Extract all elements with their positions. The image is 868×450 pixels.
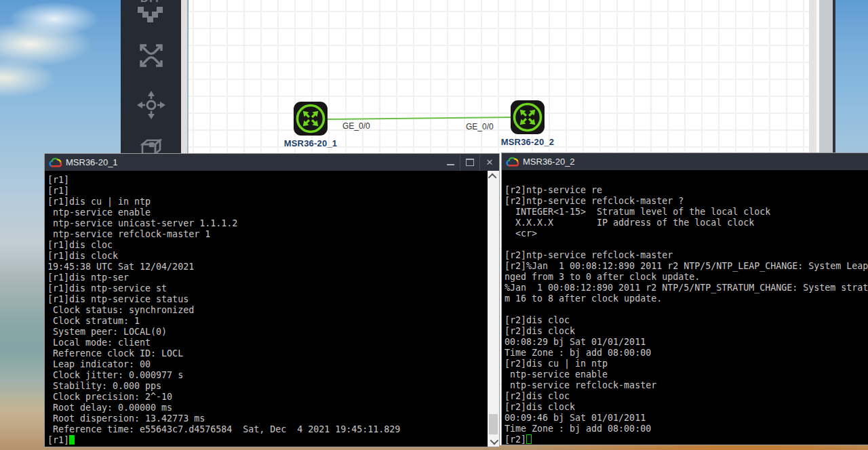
terminal-line: Root delay: 0.00000 ms	[47, 403, 487, 413]
terminal-line: Leap indicator: 00	[47, 359, 487, 370]
terminal-cursor	[69, 435, 75, 445]
desktop: { "app": { "sidebar": { "tools": [ {"nam…	[0, 0, 868, 450]
terminal-line: ntp-service refclock-master 1	[47, 229, 487, 240]
terminal-line: [r2]dis clock	[505, 326, 868, 337]
terminal-line: Stability: 0.000 pps	[47, 381, 487, 392]
terminal-line: [r2]%Jan 1 00:08:12:890 2011 r2 NTP/5/NT…	[505, 261, 868, 272]
console-text: [r2]ntp-service re[r2]ntp-service refclo…	[505, 174, 868, 445]
terminal-line: System peer: LOCAL(0)	[47, 327, 487, 338]
node-label-1: MSR36-20_1	[267, 138, 355, 148]
terminal-line: [r2]dis cloc	[505, 391, 868, 402]
terminal-line: Reference clock ID: LOCL	[47, 348, 487, 359]
terminal-line: [r2]dis cu | in ntp	[505, 359, 868, 369]
terminal-line: [r2]ntp-service re	[505, 185, 868, 196]
terminal-prompt-line: [r1]	[47, 435, 487, 446]
minimize-button[interactable]	[441, 154, 460, 171]
terminal-prompt: [r1]	[47, 435, 69, 445]
terminal-line: ntp-service refclock-master	[505, 380, 868, 391]
console-titlebar[interactable]: MSR36-20_2	[502, 153, 868, 170]
terminal-line: [r1]	[47, 186, 487, 197]
console-window-msr36-20-1: MSR36-20_1 ✕ [r1][r1][r1]dis cu | in ntp…	[44, 153, 500, 447]
terminal-line: 00:08:29 bj Sat 01/01/2011	[505, 337, 868, 348]
terminal-line: Clock stratum: 1	[47, 316, 487, 327]
terminal-line: [r1]dis cu | in ntp	[47, 197, 487, 207]
sidebar-tool-auto-layout[interactable]	[121, 43, 181, 68]
terminal-line: [r2]ntp-service refclock-master ?	[505, 196, 868, 207]
terminal-line: Clock status: synchronized	[47, 305, 487, 316]
terminal-line: ntp-service enable	[47, 207, 487, 218]
terminal-line: nged from 3 to 0 after clock update.	[505, 272, 868, 283]
terminal-cursor	[526, 434, 532, 444]
console-window-msr36-20-2: MSR36-20_2 [r2]ntp-service re[r2]ntp-ser…	[501, 152, 868, 445]
diy-label: DIY	[136, 0, 167, 5]
terminal-line: INTEGER<1-15> Stratum level of the local…	[505, 207, 868, 218]
console-output-area[interactable]: [r2]ntp-service re[r2]ntp-service refclo…	[502, 170, 868, 445]
port-label-b: GE_0/0	[466, 122, 494, 131]
pan-move-icon	[136, 90, 166, 120]
console-title: MSR36-20_2	[523, 157, 575, 167]
close-button[interactable]: ✕	[479, 154, 499, 171]
node-label-2: MSR36-20_2	[484, 137, 572, 147]
scroll-up-button[interactable]	[488, 171, 499, 182]
terminal-line: Root dispersion: 13.42773 ms	[47, 413, 487, 424]
terminal-line: <cr>	[505, 228, 868, 239]
terminal-line: [r2]ntp-service refclock-master	[505, 250, 868, 261]
router-node-msr36-20-1[interactable]	[294, 102, 328, 136]
sidebar-tool-diy[interactable]: DIY	[121, 0, 181, 28]
hcl-cloud-logo-icon	[505, 157, 520, 167]
terminal-line: Time Zone : bj add 08:00:00	[505, 348, 868, 359]
terminal-prompt-line: [r2]	[505, 434, 868, 445]
terminal-line: Clock jitter: 0.000977 s	[47, 370, 487, 381]
terminal-prompt: [r2]	[505, 434, 526, 445]
router-node-msr36-20-2[interactable]	[511, 100, 545, 134]
console-scrollbar[interactable]	[488, 171, 499, 447]
console-titlebar[interactable]: MSR36-20_1 ✕	[45, 154, 499, 171]
terminal-line: ntp-service unicast-server 1.1.1.2	[47, 218, 487, 229]
terminal-line: [r2]dis cloc	[505, 315, 868, 326]
terminal-line	[505, 239, 868, 250]
scatter-arrows-icon	[138, 43, 164, 68]
terminal-line: Time Zone : bj add 08:00:00	[505, 424, 868, 434]
terminal-line: X.X.X.X IP address of the local clock	[505, 218, 868, 228]
diy-squares-icon	[136, 5, 167, 26]
terminal-line: 00:09:46 bj Sat 01/01/2011	[505, 413, 868, 424]
console-text: [r1][r1][r1]dis cu | in ntp ntp-service …	[47, 175, 487, 446]
console-title: MSR36-20_1	[66, 157, 118, 167]
terminal-line	[505, 174, 868, 185]
terminal-line: Clock precision: 2^-10	[47, 392, 487, 403]
terminal-line: %Jan 1 00:08:12:890 2011 r2 NTP/5/NTP_ST…	[505, 283, 868, 293]
terminal-line: ntp-service enable	[505, 369, 868, 380]
scrollbar-thumb[interactable]	[489, 414, 498, 434]
hcl-cloud-logo-icon	[48, 157, 63, 168]
terminal-line: [r1]dis clock	[47, 251, 487, 262]
console-output-area[interactable]: [r1][r1][r1]dis cu | in ntp ntp-service …	[45, 171, 499, 447]
terminal-line: m 16 to 8 after clock update.	[505, 293, 868, 304]
terminal-line: [r1]dis ntp-service st	[47, 283, 487, 294]
terminal-line	[505, 304, 868, 315]
terminal-line: [r2]dis clock	[505, 402, 868, 413]
terminal-line: [r1]dis ntp-ser	[47, 272, 487, 283]
terminal-line: [r1]	[47, 175, 487, 186]
terminal-line: 19:45:38 UTC Sat 12/04/2021	[47, 262, 487, 272]
terminal-line: Reference time: e55643c7.d4576584 Sat, D…	[47, 424, 487, 435]
sidebar-tool-pan[interactable]	[121, 90, 181, 120]
terminal-line: [r1]dis ntp-service status	[47, 294, 487, 305]
terminal-line: Local mode: client	[47, 338, 487, 348]
port-label-a: GE_0/0	[342, 121, 370, 131]
maximize-button[interactable]	[460, 154, 479, 171]
terminal-line: [r1]dis cloc	[47, 240, 487, 251]
scroll-down-button[interactable]	[488, 436, 499, 447]
